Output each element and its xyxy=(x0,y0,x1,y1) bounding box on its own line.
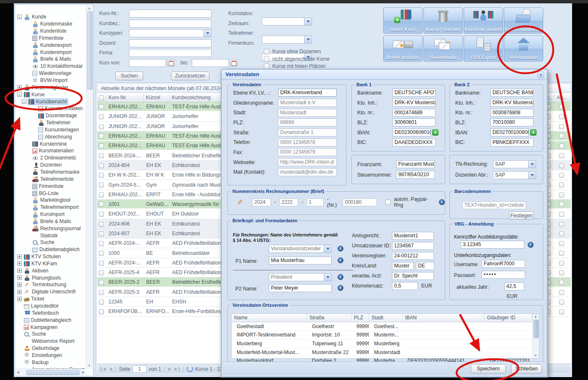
row-ab-checkbox[interactable] xyxy=(559,163,564,168)
tree-item[interactable]: Marketingtool xyxy=(15,197,86,204)
kursvon-calendar-button[interactable] xyxy=(167,59,175,67)
tree-expander-icon[interactable]: + xyxy=(17,85,22,90)
bis-calendar-button[interactable] xyxy=(230,59,237,67)
p1-role-dropdown[interactable]: Vorstandsvorsitzender xyxy=(269,245,332,253)
info-icon[interactable] xyxy=(338,257,343,263)
tree-expander-icon[interactable]: + xyxy=(17,282,22,287)
row-ab-checkbox[interactable] xyxy=(559,222,564,227)
tree-item[interactable]: + Digitale Unterschrift xyxy=(15,288,86,295)
info-icon[interactable] xyxy=(439,199,445,205)
scroll-up-icon[interactable]: ▲ xyxy=(87,6,91,10)
tree-expander-icon[interactable]: - xyxy=(17,15,22,19)
column-header-glaeubiger-id[interactable]: Gläubiger ID xyxy=(485,314,532,322)
text-input[interactable]: 0000 12345679 xyxy=(278,148,337,156)
select-all-checkbox[interactable] xyxy=(99,95,104,100)
row-checkbox[interactable] xyxy=(99,104,104,109)
kursnr-input[interactable] xyxy=(129,10,211,18)
text-input[interactable]: 0000 12345678 xyxy=(278,139,337,146)
tree-item[interactable]: Teilnehmer xyxy=(15,119,86,126)
tree-item[interactable]: + Ticket xyxy=(15,295,86,303)
tree-item[interactable]: Teilnehmerliste xyxy=(15,175,86,182)
row-checkbox[interactable] xyxy=(99,193,104,198)
tree-item[interactable]: + Aktiven xyxy=(15,267,86,274)
refresh-icon[interactable] xyxy=(187,366,193,372)
row-checkbox[interactable] xyxy=(99,124,104,129)
close-button[interactable]: Schließen xyxy=(511,364,542,373)
table-scrollbar[interactable]: ▲ ▼ xyxy=(532,314,539,358)
edit-pencil-icon[interactable] xyxy=(237,198,243,207)
reset-button[interactable]: Zurücksetzen xyxy=(171,72,209,80)
range-input[interactable]: 2222 xyxy=(279,198,298,206)
text-input[interactable]: DAAEDEDDXXX xyxy=(392,139,436,146)
text-input[interactable]: 30060601 xyxy=(392,118,436,126)
festlegen-button[interactable]: Festlegen xyxy=(509,211,534,220)
row-ab-checkbox[interactable] xyxy=(559,212,564,217)
scroll-left-icon[interactable]: ◀ xyxy=(17,370,19,374)
tree-item[interactable]: Kursstammdaten xyxy=(15,105,86,112)
tree-item[interactable]: Teilnehmermaske xyxy=(15,169,86,176)
serial-mails-button[interactable]: Serienmails xyxy=(423,36,463,62)
tree-item[interactable]: Suche xyxy=(15,239,86,246)
p2-name-input[interactable]: Peter Meyer xyxy=(269,284,332,292)
tree-item[interactable]: Firmenliste xyxy=(15,182,86,190)
save-button[interactable]: Speichern xyxy=(471,364,506,373)
club-data-button[interactable]: Vereinsdaten xyxy=(504,36,543,62)
text-input[interactable]: DRK-KV Musterstad xyxy=(490,99,534,107)
first-page-button[interactable] xyxy=(101,367,106,371)
kursvon-date-input[interactable] xyxy=(129,59,166,67)
text-input[interactable]: Finanzamt Must xyxy=(396,160,435,168)
tree-item[interactable]: + Planungtools xyxy=(15,274,86,281)
dozent-input[interactable] xyxy=(129,39,211,47)
text-input[interactable]: 1234567 xyxy=(392,242,434,250)
tree-item[interactable]: Statistik xyxy=(15,232,86,239)
text-input[interactable]: DE02300606010 xyxy=(392,128,431,136)
scroll-right-icon[interactable]: ▶ xyxy=(82,370,85,374)
kursbez-input[interactable] xyxy=(129,20,211,28)
tree-item[interactable]: BG-Liste xyxy=(15,190,86,197)
row-ab-checkbox[interactable] xyxy=(559,173,564,178)
row-checkbox[interactable] xyxy=(99,153,104,158)
tree-item[interactable]: Rechnungsjournal xyxy=(15,225,86,232)
row-checkbox[interactable] xyxy=(99,261,104,266)
text-input[interactable]: 88888 xyxy=(278,118,337,126)
text-input[interactable]: Musterstadt xyxy=(278,109,337,117)
text-input[interactable]: DEUTSCHE APOTHE xyxy=(392,89,436,97)
jahr-input[interactable]: 42,5 xyxy=(504,282,524,290)
dropdown[interactable]: SAP xyxy=(493,160,536,168)
tree-item[interactable]: Kundenexport xyxy=(15,41,86,49)
scrollbar-thumb[interactable] xyxy=(534,320,539,338)
tree-item[interactable]: Kundenimport xyxy=(15,49,86,56)
search-button[interactable]: Suchen xyxy=(115,72,143,80)
number-input[interactable]: 000160 xyxy=(343,198,377,206)
row-checkbox[interactable] xyxy=(99,212,104,217)
text-input[interactable]: Muster xyxy=(392,262,414,270)
tree-item[interactable]: Kundenliste xyxy=(15,28,86,35)
filter-checkbox[interactable] xyxy=(264,56,269,62)
row-checkbox[interactable] xyxy=(99,163,104,168)
text-input[interactable]: DRK-Kreisverband xyxy=(278,89,337,97)
kursstatus-dropdown[interactable] xyxy=(262,18,312,26)
barcode-input[interactable]: TEXT<kunden_id><zeitste xyxy=(462,201,526,209)
text-input[interactable]: Musterort1 xyxy=(392,232,434,240)
tree-item[interactable]: Firmenliste xyxy=(15,35,86,42)
text-input[interactable]: PBNKDEFFXXX xyxy=(490,139,534,146)
tree-item[interactable]: Backup xyxy=(15,359,86,366)
column-header-ab[interactable]: Ab... xyxy=(554,94,571,102)
sidebar-horizontal-scrollbar[interactable]: ◀ ▶ xyxy=(15,369,86,375)
last-page-button[interactable] xyxy=(175,367,180,371)
row-ab-checkbox[interactable] xyxy=(559,231,564,236)
table-row[interactable]: IMPORT-Testkreisverband Importstr. 10 99… xyxy=(232,331,539,340)
tree-item[interactable]: Briefe & Mails xyxy=(15,218,86,225)
next-page-button[interactable] xyxy=(168,367,173,371)
close-icon[interactable] xyxy=(538,72,544,78)
table-row[interactable]: Musterfeld-Mustertal-Must... Musterstraß… xyxy=(232,348,539,357)
kennziffer-input[interactable]: 3.12345 xyxy=(461,241,524,249)
tree-item[interactable]: Webservice Report xyxy=(15,338,86,345)
row-checkbox[interactable] xyxy=(99,222,104,227)
tree-item[interactable]: 2 Onlineanmeld. xyxy=(15,154,86,162)
tree-item[interactable]: Kursmaterialien xyxy=(15,147,86,154)
firma-input[interactable] xyxy=(129,49,211,57)
row-checkbox[interactable] xyxy=(99,241,104,246)
tree-item[interactable]: Teilnehmerimport xyxy=(15,204,86,211)
row-ab-checkbox[interactable] xyxy=(559,144,564,149)
